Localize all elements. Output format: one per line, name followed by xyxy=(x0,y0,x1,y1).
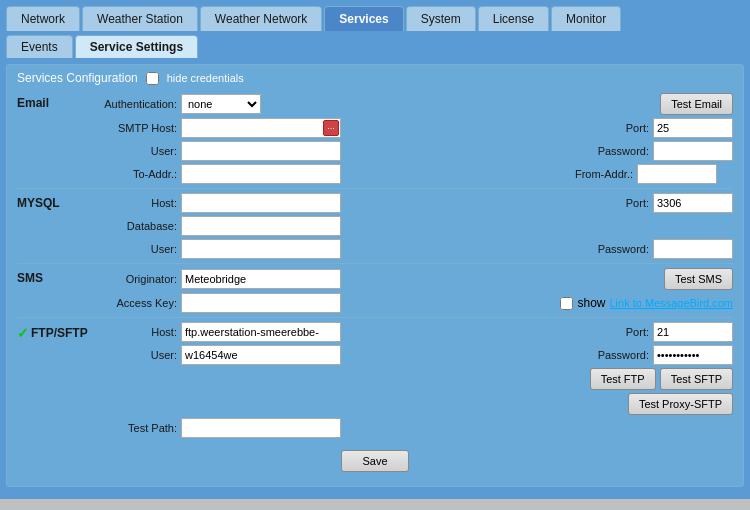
tab-service-settings[interactable]: Service Settings xyxy=(75,35,198,58)
tab-license[interactable]: License xyxy=(478,6,549,31)
ftp-password-label: Password: xyxy=(589,349,649,361)
mysql-port-input[interactable] xyxy=(653,193,733,213)
main-content: Services Configuration hide credentials … xyxy=(0,58,750,499)
mysql-section: MYSQL Host: Port: Database: xyxy=(17,193,733,259)
auth-select[interactable]: none plain login cram-md5 xyxy=(181,94,261,114)
services-config-title: Services Configuration xyxy=(17,71,138,85)
test-sftp-button[interactable]: Test SFTP xyxy=(660,368,733,390)
from-addr-input[interactable] xyxy=(637,164,717,184)
email-section: Email Authentication: none plain login c… xyxy=(17,93,733,184)
tab-weather-station[interactable]: Weather Station xyxy=(82,6,198,31)
hide-credentials-label: hide credentials xyxy=(167,72,244,84)
port-label: Port: xyxy=(609,122,649,134)
tab-network[interactable]: Network xyxy=(6,6,80,31)
email-user-input[interactable] xyxy=(181,141,341,161)
hide-credentials-checkbox[interactable] xyxy=(146,72,159,85)
ftp-user-input[interactable] xyxy=(181,345,341,365)
ftp-port-label: Port: xyxy=(609,326,649,338)
ftp-section: ✓ FTP/SFTP Host: Port: User: xyxy=(17,322,733,438)
email-password-input[interactable] xyxy=(653,141,733,161)
tab-system[interactable]: System xyxy=(406,6,476,31)
access-key-input[interactable] xyxy=(181,293,341,313)
test-email-button[interactable]: Test Email xyxy=(660,93,733,115)
ftp-label: FTP/SFTP xyxy=(31,326,88,340)
tab-events[interactable]: Events xyxy=(6,35,73,58)
save-button[interactable]: Save xyxy=(341,450,408,472)
mysql-user-input[interactable] xyxy=(181,239,341,259)
test-path-input[interactable] xyxy=(181,418,341,438)
tab-monitor[interactable]: Monitor xyxy=(551,6,621,31)
originator-label: Originator: xyxy=(87,273,177,285)
messagebird-link[interactable]: Link to MessageBird.com xyxy=(610,297,734,309)
mysql-password-input[interactable] xyxy=(653,239,733,259)
password-label: Password: xyxy=(589,145,649,157)
divider-3 xyxy=(17,317,733,318)
divider-1 xyxy=(17,188,733,189)
from-addr-label: From-Addr.: xyxy=(573,168,633,180)
test-ftp-button[interactable]: Test FTP xyxy=(590,368,656,390)
mysql-port-label: Port: xyxy=(609,197,649,209)
mysql-host-label: Host: xyxy=(87,197,177,209)
show-label: show xyxy=(577,296,605,310)
email-port-input[interactable] xyxy=(653,118,733,138)
smtp-host-wrapper: ··· xyxy=(181,118,341,138)
email-auth-row: Authentication: none plain login cram-md… xyxy=(87,93,733,115)
save-area: Save xyxy=(17,442,733,476)
mysql-label: MYSQL xyxy=(17,193,87,210)
access-key-label: Access Key: xyxy=(87,297,177,309)
test-proxy-sftp-button[interactable]: Test Proxy-SFTP xyxy=(628,393,733,415)
smtp-host-label: SMTP Host: xyxy=(87,122,177,134)
ftp-host-input[interactable] xyxy=(181,322,341,342)
sms-label: SMS xyxy=(17,268,87,285)
to-addr-input[interactable] xyxy=(181,164,341,184)
mysql-host-input[interactable] xyxy=(181,193,341,213)
originator-input[interactable] xyxy=(181,269,341,289)
test-sms-button[interactable]: Test SMS xyxy=(664,268,733,290)
ftp-host-label: Host: xyxy=(87,326,177,338)
tab-weather-network[interactable]: Weather Network xyxy=(200,6,322,31)
sub-navigation: Events Service Settings xyxy=(0,31,750,58)
mysql-user-label: User: xyxy=(87,243,177,255)
show-checkbox[interactable] xyxy=(560,297,573,310)
smtp-dots-button[interactable]: ··· xyxy=(323,120,339,136)
ftp-label-area: ✓ FTP/SFTP xyxy=(17,322,87,341)
top-navigation: Network Weather Station Weather Network … xyxy=(0,0,750,31)
smtp-host-input[interactable] xyxy=(181,118,341,138)
ftp-password-input[interactable] xyxy=(653,345,733,365)
services-config-panel: Services Configuration hide credentials … xyxy=(6,64,744,487)
services-config-legend: Services Configuration hide credentials xyxy=(17,71,733,85)
tab-services[interactable]: Services xyxy=(324,6,403,31)
ftp-port-input[interactable] xyxy=(653,322,733,342)
mysql-database-label: Database: xyxy=(87,220,177,232)
email-label: Email xyxy=(17,93,87,110)
mysql-database-input[interactable] xyxy=(181,216,341,236)
sms-section: SMS Originator: Test SMS Access Key: xyxy=(17,268,733,313)
user-label: User: xyxy=(87,145,177,157)
ftp-check-icon: ✓ xyxy=(17,325,29,341)
divider-2 xyxy=(17,263,733,264)
ftp-user-label: User: xyxy=(87,349,177,361)
auth-label: Authentication: xyxy=(87,98,177,110)
test-path-label: Test Path: xyxy=(87,422,177,434)
mysql-password-label: Password: xyxy=(589,243,649,255)
to-addr-label: To-Addr.: xyxy=(87,168,177,180)
